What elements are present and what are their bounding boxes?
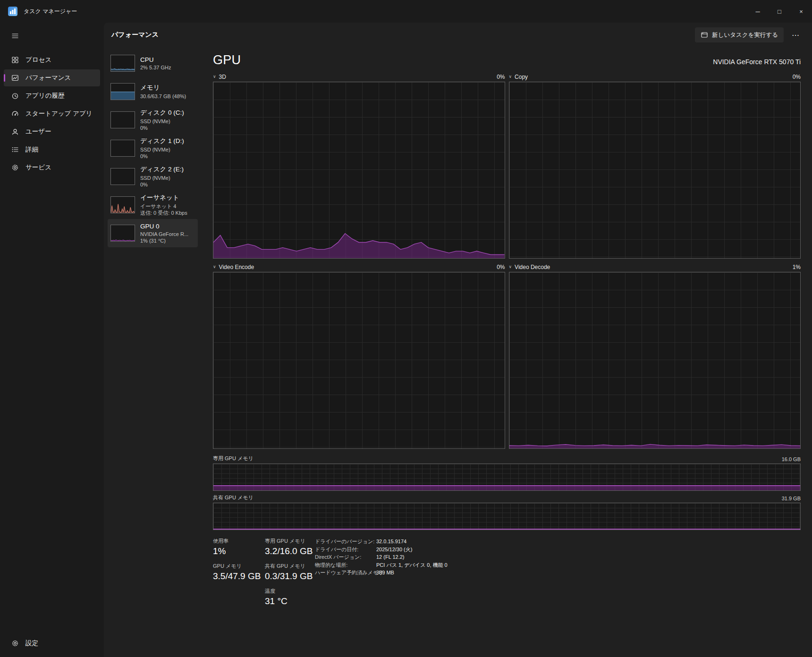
temperature-label: 温度	[265, 588, 315, 595]
temperature-value: 31 °C	[265, 596, 315, 606]
task-manager-window: タスク マネージャー ─ □ × プロセス パフォ	[0, 0, 812, 657]
perf-item-title: ディスク 1 (D:)	[140, 137, 184, 145]
engine-label: 3D	[219, 74, 226, 80]
gpu-memory-value: 3.5/47.9 GB	[213, 571, 265, 581]
sidebar-item-details[interactable]: 詳細	[4, 141, 100, 158]
detail-value: 389 MB	[376, 569, 448, 577]
ethernet-mini-chart	[110, 196, 135, 213]
sidebar-item-services[interactable]: サービス	[4, 159, 100, 176]
sidebar-item-label: プロセス	[25, 56, 51, 64]
more-options-button[interactable]: ⋯	[787, 27, 804, 42]
perf-item-stat2: 送信: 0 受信: 0 Kbps	[140, 210, 187, 216]
detail-value: 12 (FL 12.2)	[376, 553, 448, 561]
chevron-down-icon[interactable]: ∨	[213, 74, 216, 79]
sidebar-item-app-history[interactable]: アプリの履歴	[4, 87, 100, 104]
chevron-down-icon[interactable]: ∨	[509, 264, 512, 269]
history-icon	[11, 92, 19, 100]
perf-item-stat: SSD (NVMe)	[140, 118, 184, 125]
perf-item-stat: SSD (NVMe)	[140, 146, 184, 153]
sidebar-item-settings[interactable]: 設定	[4, 635, 100, 652]
video-encode-chart-cell: ∨ Video Encode 0%	[213, 262, 505, 449]
detail-label: 物理的な場所:	[315, 561, 375, 569]
perf-item-ethernet[interactable]: イーサネット イーサネット 4 送信: 0 受信: 0 Kbps	[108, 191, 198, 219]
engine-percent: 0%	[497, 264, 505, 270]
disk0-mini-chart	[110, 111, 135, 128]
perf-item-disk2[interactable]: ディスク 2 (E:) SSD (NVMe) 0%	[108, 162, 198, 191]
gpu-3d-chart-cell: ∨ 3D 0%	[213, 72, 505, 259]
dedicated-usage-label: 専用 GPU メモリ	[265, 538, 315, 545]
engine-percent: 1%	[793, 264, 801, 270]
page-title: パフォーマンス	[111, 31, 159, 39]
users-icon	[11, 128, 19, 135]
perf-item-stat: NVIDIA GeForce R...	[140, 231, 188, 237]
run-new-task-label: 新しいタスクを実行する	[712, 31, 778, 39]
content-area: パフォーマンス 新しいタスクを実行する ⋯	[104, 23, 812, 657]
detail-value: 2025/12/30 (火)	[376, 546, 448, 554]
sidebar-item-label: 詳細	[25, 145, 38, 154]
close-button[interactable]: ×	[790, 0, 812, 23]
perf-item-cpu[interactable]: CPU 2% 5.37 GHz	[108, 49, 198, 77]
sidebar-item-users[interactable]: ユーザー	[4, 123, 100, 140]
sidebar-item-startup-apps[interactable]: スタートアップ アプリ	[4, 105, 100, 122]
perf-item-title: GPU 0	[140, 223, 188, 230]
chevron-down-icon[interactable]: ∨	[213, 264, 216, 269]
sidebar-item-label: 設定	[25, 639, 38, 648]
hamburger-menu-button[interactable]	[6, 27, 25, 44]
video-encode-graph	[213, 272, 505, 449]
perf-item-disk1[interactable]: ディスク 1 (D:) SSD (NVMe) 0%	[108, 134, 198, 162]
run-new-task-button[interactable]: 新しいタスクを実行する	[695, 27, 784, 42]
perf-item-title: ディスク 2 (E:)	[140, 165, 184, 174]
sidebar-item-label: アプリの履歴	[25, 92, 64, 100]
perf-item-stat: SSD (NVMe)	[140, 175, 184, 181]
task-manager-app-icon	[8, 6, 18, 17]
gpu-copy-chart-cell: ∨ Copy 0%	[509, 72, 801, 259]
memory-mini-chart	[110, 83, 135, 100]
performance-list: CPU 2% 5.37 GHz メモリ 30.6/63.7 GB (48%)	[104, 47, 201, 657]
perf-item-title: イーサネット	[140, 194, 187, 202]
perf-item-title: メモリ	[140, 84, 186, 92]
hamburger-icon	[11, 32, 19, 40]
chevron-down-icon[interactable]: ∨	[509, 74, 512, 79]
gpu-title: GPU	[213, 53, 241, 67]
perf-item-title: ディスク 0 (C:)	[140, 109, 184, 117]
perf-item-stat: イーサネット 4	[140, 203, 187, 210]
perf-item-stat2: 0%	[140, 125, 184, 131]
sidebar-item-processes[interactable]: プロセス	[4, 51, 100, 68]
perf-item-disk0[interactable]: ディスク 0 (C:) SSD (NVMe) 0%	[108, 106, 198, 134]
details-icon	[11, 146, 19, 153]
perf-item-gpu0[interactable]: GPU 0 NVIDIA GeForce R... 1% (31 °C)	[108, 219, 198, 247]
more-icon: ⋯	[792, 31, 799, 40]
driver-details: ドライバーのバージョン: 32.0.15.9174 ドライバーの日付: 2025…	[315, 538, 448, 613]
detail-label: ハードウェア予約済みメモリ:	[315, 569, 375, 577]
perf-item-stat: 30.6/63.7 GB (48%)	[140, 93, 186, 100]
gpu-name: NVIDIA GeForce RTX 5070 Ti	[713, 58, 801, 67]
sidebar-item-label: ユーザー	[25, 127, 51, 136]
gear-icon	[11, 640, 19, 647]
window-title: タスク マネージャー	[24, 8, 77, 16]
minimize-button[interactable]: ─	[747, 0, 769, 23]
sidebar-item-label: サービス	[25, 163, 51, 172]
video-decode-graph	[509, 272, 801, 449]
disk1-mini-chart	[110, 140, 135, 157]
detail-value: PCI バス 1, デバイス 0, 機能 0	[376, 561, 448, 569]
sidebar-item-label: パフォーマンス	[25, 74, 71, 82]
processes-icon	[11, 56, 19, 64]
gpu-memory-label: GPU メモリ	[213, 563, 265, 570]
video-decode-chart-cell: ∨ Video Decode 1%	[509, 262, 801, 449]
performance-icon	[11, 74, 19, 82]
sidebar-item-performance[interactable]: パフォーマンス	[4, 69, 100, 86]
titlebar: タスク マネージャー ─ □ ×	[0, 0, 812, 23]
gpu-mini-chart	[110, 225, 135, 242]
gpu-copy-graph	[509, 82, 801, 259]
perf-item-stat2: 1% (31 °C)	[140, 237, 188, 244]
dedicated-memory-graph	[213, 463, 801, 491]
shared-memory-max: 31.9 GB	[782, 496, 801, 501]
dedicated-memory-max: 16.0 GB	[782, 456, 801, 462]
perf-item-memory[interactable]: メモリ 30.6/63.7 GB (48%)	[108, 77, 198, 106]
maximize-button[interactable]: □	[769, 0, 790, 23]
usage-label: 使用率	[213, 538, 265, 545]
engine-label: Video Decode	[515, 264, 550, 270]
navigation-rail: プロセス パフォーマンス アプリの履歴 スタートアップ アプリ	[0, 23, 104, 657]
detail-label: ドライバーの日付:	[315, 546, 375, 554]
new-task-icon	[701, 31, 708, 39]
